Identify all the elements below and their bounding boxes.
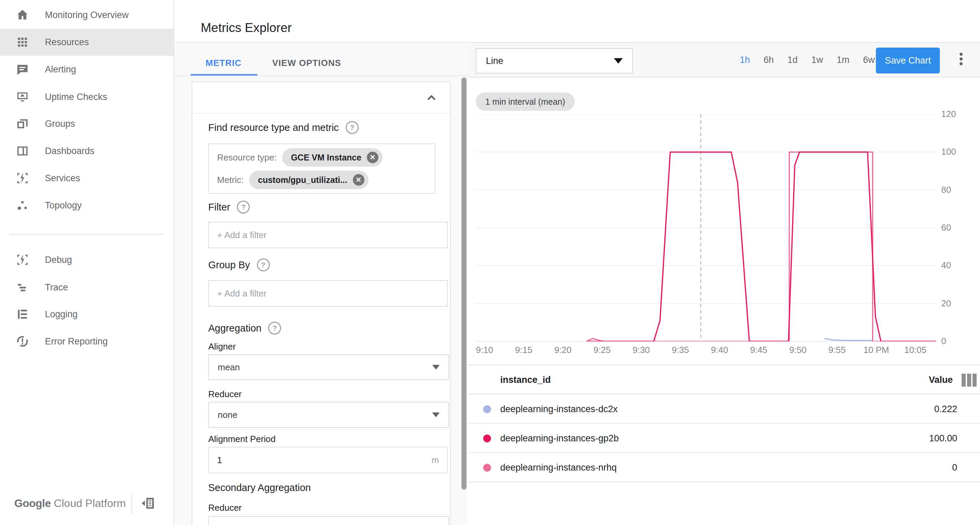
- debug-bolt-icon: [16, 253, 29, 266]
- y-tick-label: 40: [941, 260, 975, 271]
- y-tick-label: 80: [941, 185, 975, 195]
- column-header-value: Value: [929, 375, 953, 385]
- sidebar: Monitoring Overview Resources Alerting U…: [0, 0, 174, 525]
- group-by-section-title: Group By ?: [208, 259, 270, 271]
- table-row[interactable]: deeplearning-instances-dc2x 0.222: [468, 395, 980, 423]
- panel-scrollbar[interactable]: [461, 78, 466, 490]
- tabs-divider: [174, 76, 468, 76]
- chevron-down-icon: [432, 412, 440, 417]
- table-header-row: instance_id Value: [468, 365, 980, 395]
- help-icon[interactable]: ?: [237, 201, 250, 214]
- resource-type-chip[interactable]: GCE VM Instance ✕: [282, 148, 382, 167]
- topology-nodes-icon: [16, 198, 29, 212]
- metrics-explorer-app: Monitoring Overview Resources Alerting U…: [0, 0, 980, 525]
- card-header-divider: [192, 113, 450, 114]
- resource-type-row: Resource type: GCE VM Instance ✕: [217, 148, 382, 167]
- sidebar-item-alerting[interactable]: Alerting: [0, 56, 173, 83]
- table-row[interactable]: deeplearning-instances-gp2b 100.00: [468, 423, 980, 453]
- services-bolt-icon: [16, 171, 29, 185]
- sidebar-item-logging[interactable]: Logging: [0, 301, 173, 328]
- more-options-icon[interactable]: [954, 51, 968, 70]
- close-icon[interactable]: ✕: [367, 152, 379, 163]
- time-range-1h[interactable]: 1h: [740, 55, 750, 65]
- time-range-6h[interactable]: 6h: [764, 55, 774, 65]
- secondary-reducer-label: Reducer: [208, 503, 242, 513]
- page-title: Metrics Explorer: [201, 21, 292, 35]
- aligner-select[interactable]: mean: [208, 354, 449, 380]
- logging-list-icon: [16, 308, 29, 321]
- series-color-dot: [483, 435, 491, 443]
- resource-metric-box: Resource type: GCE VM Instance ✕ Metric:…: [208, 143, 436, 194]
- columns-icon[interactable]: [961, 373, 978, 387]
- column-header-instance-id: instance_id: [500, 375, 551, 385]
- alerting-feedback-icon: [16, 63, 29, 76]
- apps-grid-icon: [16, 35, 29, 49]
- time-range-group: 1h 6h 1d 1w 1m 6w: [740, 48, 875, 72]
- y-tick-label: 20: [941, 298, 975, 309]
- help-icon[interactable]: ?: [346, 121, 359, 134]
- tab-view-options[interactable]: VIEW OPTIONS: [272, 58, 341, 68]
- line-chart[interactable]: [475, 114, 937, 341]
- gcp-logo: Google Cloud Platform: [14, 497, 126, 510]
- metric-chip[interactable]: custom/gpu_utilizati... ✕: [249, 171, 369, 189]
- y-tick-label: 120: [941, 109, 975, 119]
- series-color-dot: [483, 464, 491, 472]
- alignment-period-input[interactable]: 1 m: [208, 447, 448, 473]
- sidebar-item-dashboards[interactable]: Dashboards: [0, 137, 173, 165]
- y-tick-label: 100: [941, 146, 975, 157]
- chevron-down-icon: [614, 58, 623, 63]
- uptime-monitor-icon: [16, 90, 29, 104]
- sidebar-item-services[interactable]: Services: [0, 165, 173, 192]
- aggregation-section-title: Aggregation ?: [208, 322, 281, 335]
- chevron-down-icon: [432, 365, 440, 370]
- time-range-6w[interactable]: 6w: [863, 55, 875, 65]
- metric-row: Metric: custom/gpu_utilizati... ✕: [217, 171, 369, 189]
- chart-toolbar: Line 1h 6h 1d 1w 1m 6w Save Chart: [468, 43, 980, 78]
- error-reporting-icon: [16, 335, 29, 348]
- aligner-label: Aligner: [208, 341, 236, 352]
- sidebar-item-monitoring-overview[interactable]: Monitoring Overview: [0, 2, 173, 29]
- y-tick-label: 60: [941, 222, 975, 233]
- groups-overlap-icon: [16, 117, 29, 130]
- tab-metric[interactable]: METRIC: [205, 58, 242, 68]
- save-chart-button[interactable]: Save Chart: [876, 48, 940, 73]
- sidebar-item-debug[interactable]: Debug: [0, 246, 173, 273]
- x-tick-label: 10:05: [888, 345, 943, 355]
- trace-bars-icon: [16, 281, 29, 294]
- interval-badge: 1 min interval (mean): [476, 92, 575, 111]
- group-by-input[interactable]: + Add a filter: [208, 280, 448, 307]
- logo-divider: [131, 493, 132, 514]
- secondary-reducer-select[interactable]: none: [208, 516, 449, 525]
- sidebar-item-topology[interactable]: Topology: [0, 192, 173, 219]
- metric-config-panel: METRIC VIEW OPTIONS Find resource type a…: [174, 43, 468, 525]
- find-resource-section-title: Find resource type and metric ?: [208, 121, 359, 134]
- secondary-aggregation-title: Secondary Aggregation: [208, 482, 311, 493]
- filter-input[interactable]: + Add a filter: [208, 222, 448, 248]
- reducer-label: Reducer: [208, 389, 242, 400]
- metric-card: Find resource type and metric ? Resource…: [192, 82, 451, 525]
- chevron-up-icon[interactable]: [424, 90, 439, 105]
- sidebar-item-trace[interactable]: Trace: [0, 274, 173, 301]
- home-icon: [16, 8, 29, 22]
- filter-section-title: Filter ?: [208, 201, 250, 214]
- y-tick-label: 0: [941, 336, 975, 346]
- time-range-1m[interactable]: 1m: [837, 55, 850, 65]
- reducer-select[interactable]: none: [208, 402, 449, 428]
- time-range-1d[interactable]: 1d: [788, 55, 798, 65]
- sidebar-item-groups[interactable]: Groups: [0, 110, 173, 137]
- dashboard-icon: [16, 144, 29, 158]
- time-range-1w[interactable]: 1w: [811, 55, 823, 65]
- sidebar-item-error-reporting[interactable]: Error Reporting: [0, 328, 173, 355]
- series-color-dot: [483, 405, 491, 413]
- help-icon[interactable]: ?: [257, 259, 270, 271]
- alignment-period-label: Alignment Period: [208, 434, 275, 444]
- help-icon[interactable]: ?: [268, 322, 281, 335]
- chart-type-select[interactable]: Line: [476, 48, 633, 73]
- collapse-nav-icon[interactable]: [140, 495, 156, 511]
- sidebar-item-uptime-checks[interactable]: Uptime Checks: [0, 83, 173, 111]
- table-row[interactable]: deeplearning-instances-nrhq 0: [468, 453, 980, 482]
- close-icon[interactable]: ✕: [353, 174, 364, 186]
- sidebar-item-resources[interactable]: Resources: [0, 29, 173, 56]
- sidebar-divider: [10, 234, 164, 235]
